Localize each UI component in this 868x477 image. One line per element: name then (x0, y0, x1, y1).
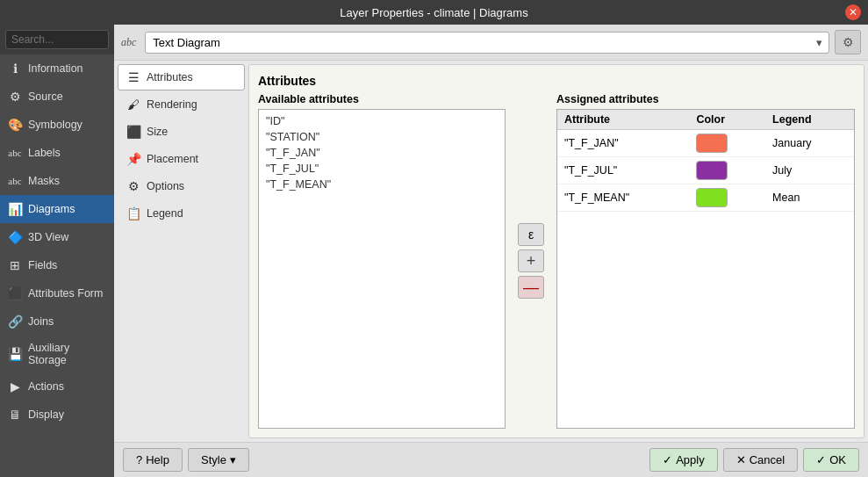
sidebar-item-diagrams[interactable]: 📊 Diagrams (0, 195, 114, 223)
ok-button[interactable]: ✓ OK (803, 448, 859, 472)
tab-legend[interactable]: 📋 Legend (118, 200, 245, 227)
list-item[interactable]: "T_F_JAN" (262, 145, 501, 161)
actions-icon: ▶ (7, 379, 23, 394)
tab-options[interactable]: ⚙ Options (118, 173, 245, 199)
sidebar-label-display: Display (28, 408, 64, 421)
sidebar-label-fields: Fields (28, 259, 57, 271)
close-button[interactable]: ✕ (845, 4, 861, 20)
3dview-icon: 🔷 (7, 229, 23, 245)
bottom-bar: ? Help Style ▾ ✓ Apply ✕ Cancel ✓ (114, 442, 868, 477)
tab-rendering-label: Rendering (147, 98, 197, 111)
sidebar: ℹ Information ⚙ Source 🎨 Symbology abc L… (0, 25, 114, 477)
style-label: Style (201, 453, 226, 466)
sidebar-item-display[interactable]: 🖥 Display (0, 401, 114, 429)
help-button[interactable]: ? Help (123, 448, 183, 472)
sidebar-label-joins: Joins (28, 315, 54, 328)
tab-attributes-label: Attributes (147, 71, 193, 83)
table-row: "T_F_JUL"July (557, 157, 854, 184)
source-icon: ⚙ (7, 89, 23, 105)
remove-attribute-button[interactable]: — (518, 276, 544, 299)
sidebar-search-input[interactable] (5, 30, 109, 49)
tab-rendering-icon: 🖌 (126, 98, 141, 112)
attributes-form-icon: ⬛ (7, 285, 23, 301)
tab-legend-label: Legend (147, 207, 183, 220)
sidebar-item-auxiliary-storage[interactable]: 💾 Auxiliary Storage (0, 336, 114, 372)
expression-button[interactable]: ε (518, 223, 544, 246)
tab-rendering[interactable]: 🖌 Rendering (118, 91, 245, 118)
color-swatch[interactable] (696, 161, 728, 180)
assigned-attr-color-cell (689, 157, 765, 184)
style-chevron-icon: ▾ (230, 453, 236, 466)
tab-options-label: Options (147, 180, 184, 192)
list-item[interactable]: "STATION" (262, 129, 501, 145)
color-swatch[interactable] (696, 134, 728, 153)
panel-area: ☰ Attributes 🖌 Rendering ⬛ Size 📌 Placem… (114, 61, 868, 442)
tab-placement-label: Placement (147, 153, 198, 165)
sidebar-item-actions[interactable]: ▶ Actions (0, 372, 114, 401)
assigned-attr-table: Attribute Color Legend "T_F_JAN"January"… (556, 109, 855, 429)
available-section: Available attributes "ID" "STATION" "T_F… (258, 93, 506, 429)
sidebar-item-3dview[interactable]: 🔷 3D View (0, 223, 114, 251)
cancel-icon: ✕ (736, 453, 746, 466)
assigned-attr-color-cell (689, 130, 765, 157)
sidebar-label-attributes-form: Attributes Form (28, 287, 103, 300)
apply-check-icon: ✓ (663, 453, 672, 466)
table-row: "T_F_JAN"January (557, 130, 854, 157)
bottom-left-buttons: ? Help Style ▾ (123, 448, 249, 472)
apply-button[interactable]: ✓ Apply (649, 448, 718, 472)
col-header-attribute: Attribute (557, 110, 689, 130)
sidebar-item-information[interactable]: ℹ Information (0, 54, 114, 83)
tab-size-icon: ⬛ (126, 125, 141, 139)
sidebar-label-symbology: Symbology (28, 119, 82, 131)
diagram-type-select-container: No Diagrams Pie Chart Text Diagram Histo… (145, 32, 829, 54)
dropdown-prefix-label: abc (121, 36, 136, 49)
sidebar-search-container (0, 25, 114, 54)
style-button[interactable]: Style ▾ (188, 448, 249, 472)
add-attribute-button[interactable]: + (518, 249, 544, 272)
right-panel: Attributes Available attributes "ID" "ST… (248, 64, 864, 438)
auxiliary-storage-icon: 💾 (7, 346, 23, 362)
list-item[interactable]: "T_F_JUL" (262, 161, 501, 177)
joins-icon: 🔗 (7, 314, 23, 329)
titlebar: Layer Properties - climate | Diagrams ✕ (0, 0, 868, 25)
tab-placement[interactable]: 📌 Placement (118, 146, 245, 172)
assigned-attr-name: "T_F_MEAN" (557, 184, 689, 212)
assigned-attr-legend: January (765, 130, 854, 157)
tab-attributes[interactable]: ☰ Attributes (118, 64, 245, 90)
sidebar-label-labels: Labels (28, 147, 61, 159)
assigned-attr-legend: Mean (765, 184, 854, 212)
assigned-attr-name: "T_F_JUL" (557, 157, 689, 184)
panel-title: Attributes (258, 74, 855, 88)
sidebar-item-labels[interactable]: abc Labels (0, 139, 114, 167)
dropdown-bar: abc No Diagrams Pie Chart Text Diagram H… (114, 25, 868, 61)
ok-check-icon: ✓ (816, 453, 826, 466)
attributes-row: Available attributes "ID" "STATION" "T_F… (258, 93, 855, 429)
bottom-right-buttons: ✓ Apply ✕ Cancel ✓ OK (649, 448, 859, 472)
labels-icon: abc (7, 145, 23, 161)
available-attr-list[interactable]: "ID" "STATION" "T_F_JAN" "T_F_JUL" "T_F_… (258, 109, 506, 429)
list-item[interactable]: "ID" (262, 113, 501, 129)
diagram-type-select[interactable]: No Diagrams Pie Chart Text Diagram Histo… (145, 32, 829, 54)
sidebar-item-fields[interactable]: ⊞ Fields (0, 251, 114, 279)
assigned-attr-name: "T_F_JAN" (557, 130, 689, 157)
color-swatch[interactable] (696, 188, 728, 207)
sidebar-label-3dview: 3D View (28, 231, 68, 243)
tab-size[interactable]: ⬛ Size (118, 119, 245, 145)
diagrams-icon: 📊 (7, 201, 23, 217)
fields-icon: ⊞ (7, 257, 23, 273)
sidebar-item-joins[interactable]: 🔗 Joins (0, 307, 114, 336)
sidebar-item-source[interactable]: ⚙ Source (0, 83, 114, 111)
middle-buttons: ε + — (514, 93, 548, 429)
symbology-icon: 🎨 (7, 117, 23, 133)
sidebar-item-symbology[interactable]: 🎨 Symbology (0, 111, 114, 139)
tab-options-icon: ⚙ (126, 179, 141, 193)
list-item[interactable]: "T_F_MEAN" (262, 177, 501, 192)
col-header-legend: Legend (765, 110, 854, 130)
sidebar-item-attributes-form[interactable]: ⬛ Attributes Form (0, 279, 114, 307)
masks-icon: abc (7, 173, 23, 189)
diagram-settings-button[interactable]: ⚙ (835, 30, 861, 54)
cancel-button[interactable]: ✕ Cancel (723, 448, 798, 472)
assigned-attr-legend: July (765, 157, 854, 184)
sidebar-item-masks[interactable]: abc Masks (0, 167, 114, 195)
tab-legend-icon: 📋 (126, 206, 141, 220)
